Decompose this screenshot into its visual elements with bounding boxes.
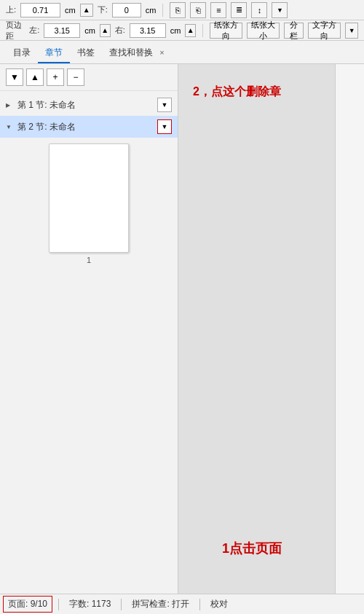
tab-find-label: 查找和替换 [109, 47, 153, 58]
status-bar: 页面: 9/10 字数: 1173 拼写检查: 打开 校对 [0, 594, 364, 614]
text-direction-btn[interactable]: 文字方向 [308, 23, 341, 39]
left-panel: ▼ ▲ + − ▶ 第 1 节: 未命名 ▼ ▼ 第 2 节: 未命名 ▼ 1 [0, 64, 178, 594]
chapter-item-2[interactable]: ▼ 第 2 节: 未命名 ▼ [0, 116, 178, 138]
label-down: 下: [98, 4, 108, 15]
panel-toolbar: ▼ ▲ + − [0, 64, 178, 91]
minus-btn[interactable]: − [67, 68, 84, 86]
chapter-1-dropdown-btn[interactable]: ▼ [157, 98, 172, 112]
status-spell[interactable]: 拼写检查: 打开 [127, 597, 194, 612]
tab-bookmark[interactable]: 书签 [70, 42, 102, 63]
doc-partial [335, 64, 364, 594]
label-margin: 页边距 [6, 20, 25, 42]
tabs-row: 目录 章节 书签 查找和替换 × [0, 41, 364, 64]
status-divider-3 [199, 599, 200, 610]
status-divider-2 [121, 599, 122, 610]
chapter-item-1[interactable]: ▶ 第 1 节: 未命名 ▼ [0, 94, 178, 116]
increment-up-btn[interactable]: ▲ [80, 4, 93, 17]
add-btn[interactable]: + [47, 68, 64, 86]
unit-up: cm [65, 6, 76, 15]
page-thumbnails: 1 [0, 138, 178, 270]
toolbar-row2: 页边距 左: cm ▲ 右: cm ▲ 纸张方向 纸张大小 分栏 文字方向 ▼ [0, 20, 364, 41]
tab-chapter[interactable]: 章节 [38, 42, 70, 63]
separator2 [202, 24, 203, 37]
icon-btn-6[interactable]: ▼ [272, 2, 288, 18]
chapter-2-dropdown-btn[interactable]: ▼ [157, 119, 172, 134]
icon-btn-1[interactable]: ⎘ [170, 2, 186, 18]
chapter-2-title: 第 2 节: 未命名 [17, 121, 154, 133]
tab-toc[interactable]: 目录 [6, 42, 38, 63]
status-divider-1 [58, 599, 59, 610]
annotation-click-page: 1点击页面 [222, 540, 282, 557]
label-left-arrow: 左: [29, 25, 39, 36]
status-page[interactable]: 页面: 9/10 [3, 596, 52, 613]
chapter-1-arrow: ▶ [6, 102, 15, 109]
input-right[interactable] [130, 23, 166, 38]
status-words: 字数: 1173 [65, 597, 115, 612]
right-panel: 2，点这个删除章 1点击页面 [178, 64, 364, 594]
paper-direction-btn[interactable]: 纸张方向 [210, 23, 242, 39]
icon-btn-3[interactable]: ≡ [210, 2, 226, 18]
page-num-1: 1 [12, 256, 166, 264]
label-up: 上: [6, 4, 16, 15]
icon-btn-5[interactable]: ↕ [251, 2, 267, 18]
chapter-2-arrow: ▼ [6, 124, 15, 130]
columns-btn[interactable]: 分栏 [284, 23, 304, 39]
toolbar-top: 上: cm ▲ 下: cm ⎘ ⎗ ≡ ≣ ↕ ▼ [0, 0, 364, 20]
tab-bookmark-label: 书签 [77, 47, 95, 58]
more-btn[interactable]: ▼ [345, 23, 358, 39]
increment-left-btn[interactable]: ▲ [100, 24, 111, 37]
unit-right: cm [170, 26, 181, 35]
chapter-list: ▶ 第 1 节: 未命名 ▼ ▼ 第 2 节: 未命名 ▼ 1 [0, 91, 178, 594]
input-left[interactable] [44, 23, 80, 38]
main-layout: ▼ ▲ + − ▶ 第 1 节: 未命名 ▼ ▼ 第 2 节: 未命名 ▼ 1 [0, 64, 364, 594]
label-right-arrow: 右: [115, 25, 125, 36]
input-down[interactable] [112, 3, 141, 17]
status-mode: 校对 [206, 597, 232, 612]
unit-left: cm [84, 26, 95, 35]
down-btn[interactable]: ▼ [6, 68, 23, 86]
separator1 [162, 4, 163, 17]
input-up[interactable] [20, 3, 60, 17]
unit-down: cm [146, 6, 157, 15]
tab-close-icon[interactable]: × [159, 48, 164, 57]
paper-size-btn[interactable]: 纸张大小 [247, 23, 280, 39]
chapter-1-title: 第 1 节: 未命名 [17, 99, 154, 111]
page-thumb-1[interactable] [49, 143, 129, 253]
icon-btn-4[interactable]: ≣ [231, 2, 247, 18]
increment-right-btn[interactable]: ▲ [185, 24, 196, 37]
icon-btn-2[interactable]: ⎗ [190, 2, 206, 18]
annotation-delete-chapter: 2，点这个删除章 [193, 84, 281, 100]
tab-toc-label: 目录 [13, 47, 31, 58]
tab-find[interactable]: 查找和替换 × [102, 42, 172, 63]
up-btn[interactable]: ▲ [26, 68, 44, 86]
tab-chapter-label: 章节 [45, 47, 63, 58]
